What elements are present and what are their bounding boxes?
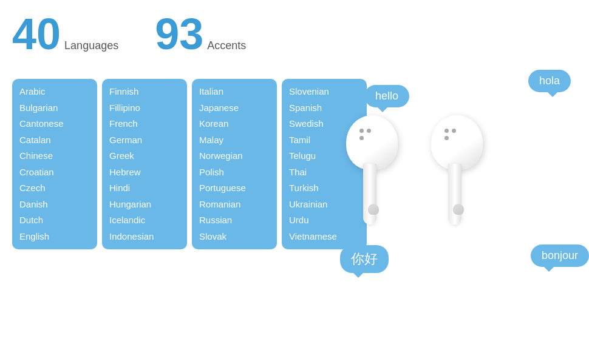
left-pod — [346, 115, 398, 170]
list-item: Hungarian — [109, 198, 180, 212]
list-item: Greek — [109, 149, 180, 163]
accents-number: 93 — [155, 12, 203, 56]
list-item: Finnish — [109, 85, 180, 99]
stats-row: 40 Languages 93 Accents — [12, 12, 577, 56]
list-item: Czech — [19, 181, 90, 195]
list-item: Chinese — [19, 149, 90, 163]
left-tip — [368, 204, 379, 215]
languages-number: 40 — [12, 12, 61, 56]
right-tip — [453, 204, 464, 215]
left-earbud — [340, 115, 407, 237]
list-item: Hindi — [109, 181, 180, 195]
languages-stat: 40 Languages — [12, 12, 118, 56]
list-item: Arabic — [19, 85, 90, 99]
list-item: Polish — [199, 166, 270, 180]
languages-label: Languages — [64, 39, 118, 52]
list-item: Bulgarian — [19, 101, 90, 115]
dot — [444, 129, 449, 133]
list-item: Korean — [199, 117, 270, 131]
right-earbud — [425, 115, 492, 237]
right-stem — [448, 164, 461, 224]
nihao-bubble: 你好 — [340, 245, 389, 273]
list-item: Portuguese — [199, 181, 270, 195]
pod-dots — [444, 129, 456, 140]
hola-bubble: hola — [528, 70, 571, 92]
list-item: Icelandic — [109, 214, 180, 228]
earbuds-area: hello hola 你好 bonjour — [328, 67, 589, 346]
hola-text: hola — [539, 75, 560, 87]
list-item: Danish — [19, 198, 90, 212]
dot — [359, 136, 364, 140]
languages-area: Arabic Bulgarian Cantonese Catalan Chine… — [12, 79, 367, 249]
list-item: Catalan — [19, 133, 90, 147]
list-item: French — [109, 117, 180, 131]
list-item: Norwegian — [199, 149, 270, 163]
list-item: Hebrew — [109, 166, 180, 180]
hello-bubble: hello — [364, 85, 409, 107]
list-item: Russian — [199, 214, 270, 228]
nihao-text: 你好 — [351, 251, 378, 266]
dot — [359, 129, 364, 133]
dot — [444, 136, 449, 140]
earbuds-container — [340, 115, 492, 237]
list-item: Cantonese — [19, 117, 90, 131]
language-column-2: Finnish Fillipino French German Greek He… — [102, 79, 187, 249]
bonjour-bubble: bonjour — [531, 244, 589, 267]
list-item: Slovak — [199, 230, 270, 244]
dot — [367, 129, 371, 133]
left-stem — [363, 164, 376, 224]
list-item: Italian — [199, 85, 270, 99]
accents-stat: 93 Accents — [155, 12, 246, 56]
list-item: Malay — [199, 133, 270, 147]
list-item: German — [109, 133, 180, 147]
list-item: Dutch — [19, 214, 90, 228]
dot — [452, 129, 456, 133]
list-item: English — [19, 230, 90, 244]
language-column-1: Arabic Bulgarian Cantonese Catalan Chine… — [12, 79, 97, 249]
main-container: 40 Languages 93 Accents Arabic Bulgarian… — [0, 0, 589, 364]
list-item: Romanian — [199, 198, 270, 212]
list-item: Indonesian — [109, 230, 180, 244]
list-item: Croatian — [19, 166, 90, 180]
language-column-3: Italian Japanese Korean Malay Norwegian … — [192, 79, 277, 249]
right-pod — [431, 115, 483, 170]
list-item: Fillipino — [109, 101, 180, 115]
hello-text: hello — [375, 90, 398, 102]
list-item: Japanese — [199, 101, 270, 115]
bonjour-text: bonjour — [542, 249, 578, 261]
accents-label: Accents — [207, 39, 246, 52]
pod-dots — [359, 129, 371, 140]
